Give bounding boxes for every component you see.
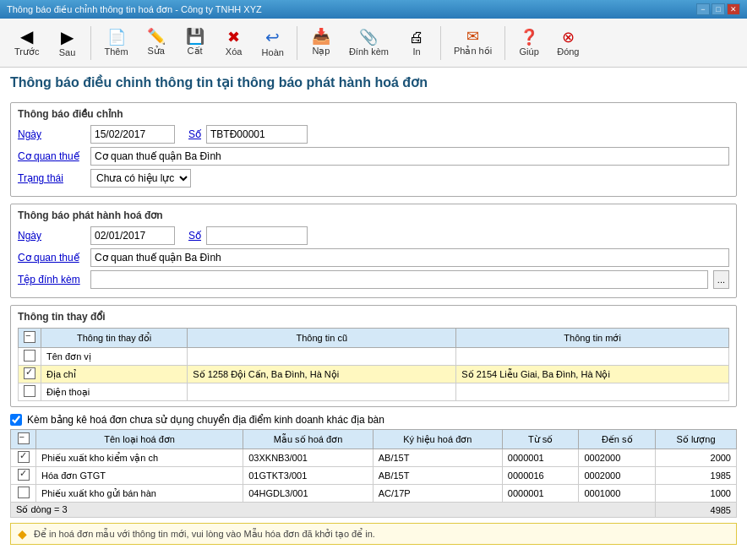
- so-label[interactable]: Số: [188, 128, 201, 140]
- attach-label: Đính kèm: [349, 46, 389, 57]
- load-icon: 📥: [312, 29, 330, 44]
- ke-bang-row-sl: 1000: [656, 485, 737, 503]
- ke-bang-section: Kèm bảng kê hoá đơn chưa sử dụng chuyển …: [10, 414, 737, 518]
- ke-bang-row-ten: Hóa đơn GTGT: [36, 467, 243, 485]
- ngay-row: Ngày Số: [18, 125, 729, 144]
- toolbar-delete-button[interactable]: ✖ Xóa: [215, 26, 253, 60]
- edit-label: Sửa: [147, 46, 164, 57]
- back-icon: ◀: [20, 28, 33, 45]
- ke-bang-row-mau: 03XKNB3/001: [243, 449, 373, 467]
- toolbar-close-button[interactable]: ⊗ Đóng: [549, 26, 586, 60]
- ke-bang-footer-total: 4985: [656, 503, 737, 518]
- co-quan-thue-label[interactable]: Cơ quan thuế: [18, 150, 85, 162]
- trang-thai-row: Trạng thái Chưa có hiệu lực Có hiệu lực: [18, 169, 729, 188]
- back-label: Trước: [14, 46, 39, 57]
- toolbar-load-button[interactable]: 📥 Nạp: [303, 25, 340, 60]
- feedback-label: Phản hồi: [454, 46, 492, 57]
- phathanh-ngay-input[interactable]: [90, 226, 175, 245]
- thay-doi-row-cu: Số 1258 Đội Cấn, Ba Đình, Hà Nội: [188, 366, 456, 383]
- thay-doi-select-all-checkbox[interactable]: [24, 331, 35, 343]
- add-label: Thêm: [104, 46, 128, 57]
- load-label: Nạp: [312, 46, 330, 57]
- phathanh-so-input[interactable]: [206, 226, 308, 245]
- phathanh-so-label[interactable]: Số: [188, 230, 201, 242]
- thay-doi-col-moi: Thông tin mới: [456, 329, 729, 348]
- forward-label: Sau: [59, 47, 76, 57]
- app-title: Thông báo điều chỉnh thông tin hoá đơn -…: [7, 4, 262, 15]
- thay-doi-row-thongtin: Tên đơn vị: [41, 348, 188, 366]
- ngay-label[interactable]: Ngày: [18, 128, 85, 140]
- thay-doi-row-checkbox-cell: [19, 383, 41, 401]
- undo-icon: ↩: [265, 29, 280, 46]
- thay-doi-row-checkbox-cell: [19, 366, 41, 383]
- browse-button[interactable]: ...: [713, 270, 729, 289]
- phathanh-co-quan-thue-label[interactable]: Cơ quan thuế: [18, 252, 85, 264]
- toolbar-add-button[interactable]: 📄 Thêm: [96, 26, 135, 60]
- phathanh-ngay-label[interactable]: Ngày: [18, 230, 85, 242]
- title-bar-title: Thông báo điều chỉnh thông tin hoá đơn -…: [7, 4, 262, 15]
- thay-doi-row-checkbox-cell: [19, 348, 41, 366]
- ke-bang-row-checkbox[interactable]: [18, 469, 30, 481]
- phathanh-co-quan-thue-input[interactable]: [90, 248, 729, 267]
- ke-bang-label: Kèm bảng kê hoá đơn chưa sử dụng chuyển …: [27, 414, 384, 426]
- toolbar-undo-button[interactable]: ↩ Hoàn: [254, 25, 292, 61]
- page-title: Thông báo điều chinh thông tin tại thông…: [10, 74, 737, 94]
- trang-thai-select[interactable]: Chưa có hiệu lực Có hiệu lực: [90, 169, 191, 188]
- tep-dinh-kem-label[interactable]: Tệp đính kèm: [18, 274, 85, 285]
- undo-label: Hoàn: [262, 47, 284, 57]
- ke-bang-row-den: 0002000: [579, 467, 656, 485]
- ke-bang-row-ten: Phiếu xuất kho gửi bán hàn: [36, 485, 243, 503]
- ke-bang-footer-sodong: Số dòng = 3: [11, 503, 656, 518]
- section-thong-bao-phat-hanh: Thông báo phát hành hoá đơn Ngày Số Cơ q…: [10, 204, 737, 298]
- thay-doi-row-thongtin: Địa chỉ: [41, 366, 188, 383]
- ke-bang-row-sl: 1985: [656, 467, 737, 485]
- close-label: Đóng: [557, 46, 579, 57]
- so-input[interactable]: [206, 125, 308, 144]
- thay-doi-row-thongtin: Điện thoại: [41, 383, 188, 401]
- co-quan-thue-input[interactable]: [90, 147, 729, 166]
- add-doc-icon: 📄: [107, 30, 126, 45]
- close-window-button[interactable]: ✕: [727, 3, 740, 15]
- info-text: Để in hoá đơn mẫu với thông tin mới, vui…: [34, 529, 375, 540]
- forward-icon: ▶: [61, 29, 74, 46]
- ke-bang-row-checkbox[interactable]: [18, 451, 30, 463]
- ngay-input[interactable]: [90, 125, 175, 144]
- toolbar-save-button[interactable]: 💾 Cất: [177, 25, 214, 60]
- ke-bang-col-den: Đến số: [579, 430, 656, 449]
- toolbar-print-button[interactable]: 🖨 In: [398, 26, 435, 60]
- toolbar-forward-button[interactable]: ▶ Sau: [48, 25, 85, 61]
- thay-doi-row-checkbox[interactable]: [24, 367, 35, 379]
- ke-bang-header-row: Kèm bảng kê hoá đơn chưa sử dụng chuyển …: [10, 414, 737, 426]
- trang-thai-label[interactable]: Trạng thái: [18, 172, 85, 184]
- thay-doi-row: Điện thoại: [19, 383, 729, 401]
- ke-bang-row-mau: 04HGDL3/001: [243, 485, 373, 503]
- ke-bang-row-tu: 0000001: [502, 449, 579, 467]
- ke-bang-row: Phiếu xuất kho gửi bán hàn 04HGDL3/001 A…: [11, 485, 737, 503]
- tep-dinh-kem-input[interactable]: [90, 270, 708, 289]
- thay-doi-row-checkbox[interactable]: [24, 350, 35, 362]
- toolbar-feedback-button[interactable]: ✉ Phản hồi: [446, 25, 499, 60]
- delete-icon: ✖: [227, 30, 240, 45]
- ke-bang-checkbox[interactable]: [10, 414, 22, 426]
- co-quan-thue-row: Cơ quan thuế: [18, 147, 729, 166]
- thay-doi-col-cu: Thông tin cũ: [188, 329, 456, 348]
- thay-doi-row-checkbox[interactable]: [24, 385, 35, 397]
- phathanh-ngay-row: Ngày Số: [18, 226, 729, 245]
- minimize-button[interactable]: −: [696, 3, 710, 15]
- toolbar-attach-button[interactable]: 📎 Đính kèm: [341, 26, 396, 60]
- help-icon: ❓: [520, 30, 538, 45]
- ke-bang-select-all-checkbox[interactable]: [18, 432, 30, 444]
- thay-doi-header-checkbox: [19, 329, 41, 348]
- ke-bang-col-check: [11, 430, 36, 449]
- save-icon: 💾: [186, 29, 204, 44]
- ke-bang-row-checkbox[interactable]: [18, 487, 30, 498]
- separator-2: [297, 26, 297, 60]
- toolbar-help-button[interactable]: ❓ Giúp: [510, 26, 548, 60]
- ke-bang-row-ky: AC/17P: [373, 485, 502, 503]
- ke-bang-row-checkbox-cell: [11, 467, 36, 485]
- toolbar-back-button[interactable]: ◀ Trước: [7, 24, 46, 61]
- toolbar-edit-button[interactable]: ✏️ Sửa: [138, 25, 175, 60]
- ke-bang-row-tu: 0000001: [502, 485, 579, 503]
- help-label: Giúp: [520, 46, 539, 57]
- maximize-button[interactable]: □: [712, 3, 725, 15]
